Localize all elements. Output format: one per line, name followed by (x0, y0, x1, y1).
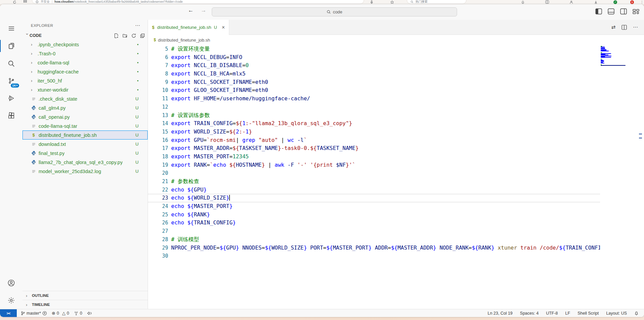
toggle-secondary-sidebar-icon[interactable] (620, 8, 627, 14)
tree-item-call-glm4-py[interactable]: call_glm4.pyU (22, 103, 148, 112)
tree-item-model-worker-25cd3da2-log[interactable]: model_worker_25cd3da2.logU (22, 167, 148, 176)
history-forward-button[interactable]: → (201, 7, 206, 14)
encoding-indicator[interactable]: UTF-8 (546, 311, 558, 316)
code-line-11[interactable]: 11export HF_HOME=/userhome/huggingface-c… (148, 95, 600, 103)
code-line-12[interactable]: 12 (148, 103, 600, 111)
code-line-23[interactable]: 23echo ${WORLD_SIZE} (148, 194, 600, 202)
toggle-sidebar-icon[interactable] (595, 8, 602, 14)
refresh-icon[interactable] (131, 33, 136, 38)
new-folder-icon[interactable] (122, 33, 128, 38)
tree-item-code-llama-sql-tar[interactable]: code-llama-sql.tarU (22, 121, 148, 130)
language-indicator[interactable]: Shell Script (578, 311, 599, 316)
code-line-24[interactable]: 24echo ${MASTER_PORT} (148, 202, 600, 211)
tree-item-download-txt[interactable]: download.txtU (22, 140, 148, 149)
bell-icon[interactable] (634, 311, 639, 316)
browser-reload-icon[interactable] (13, 0, 16, 4)
settings-gear-icon[interactable] (0, 291, 22, 309)
code-line-15[interactable]: 15export WORLD_SIZE=${2:-1} (148, 128, 600, 136)
eol-indicator[interactable]: LF (565, 311, 570, 316)
minimap[interactable] (601, 46, 627, 67)
code-line-6[interactable]: 6export NCCL_DEBUG=INFO (148, 53, 600, 62)
tree-item-llama2-7b-chat-qlora-sql-e3-copy-py[interactable]: llama2_7b_chat_qlora_sql_e3_copy.pyU (22, 158, 148, 167)
close-icon[interactable]: × (222, 24, 225, 31)
more-actions-icon[interactable]: ⋯ (633, 24, 638, 30)
remote-indicator[interactable]: >< (0, 309, 17, 317)
code-line-30[interactable]: 30 (148, 252, 600, 260)
browser-address-bar[interactable]: 不安全 | hsw.cloudien/notebook_freecoda4143… (32, 0, 364, 4)
download-icon[interactable] (594, 0, 598, 4)
toggle-panel-icon[interactable] (608, 8, 614, 14)
tree-item-final-test-py[interactable]: final_test.pyU (22, 149, 148, 158)
code-line-27[interactable]: 27 (148, 227, 600, 235)
code-line-21[interactable]: 21# 参数检查 (148, 177, 600, 186)
notifications-icon[interactable] (521, 0, 525, 4)
tree-item-iter-500-hf[interactable]: ›iter_500_hf● (22, 76, 148, 85)
untracked-dot-badge: ● (137, 88, 139, 91)
code-line-16[interactable]: 16export GPU=`rocm-smi| grep "auto" | wc… (148, 136, 600, 145)
problems-indicator[interactable]: ⊗ 0 △ 0 (52, 311, 69, 316)
split-editor-icon[interactable] (622, 25, 627, 30)
git-status-badge: U (136, 132, 139, 138)
bookmark-star-icon[interactable] (390, 0, 394, 4)
code-line-5[interactable]: 5# 设置环境变量 (148, 45, 600, 53)
code-line-25[interactable]: 25echo ${RANK} (148, 211, 600, 219)
tree-item--check-disk-state[interactable]: .check_disk_stateU (22, 94, 148, 103)
tab-distributed-finetune-job[interactable]: $ distributed_finetune_job.sh U × (148, 20, 229, 35)
debug-console-icon[interactable] (87, 311, 92, 316)
browser-menu-icon[interactable]: ⋮ (640, 0, 644, 4)
mic-icon[interactable] (370, 0, 373, 4)
menu-icon[interactable] (0, 20, 22, 37)
tree-item-huggingface-cache[interactable]: ›huggingface-cache● (22, 67, 148, 76)
tree-item-code-llama-sql[interactable]: ›code-llama-sql● (22, 58, 148, 67)
code-line-7[interactable]: 7export NCCL_IB_DISABLE=0 (148, 61, 600, 70)
account-icon[interactable] (0, 274, 22, 291)
browser-apps-grid-icon[interactable] (23, 0, 27, 4)
tree-item-distributed-finetune-job-sh[interactable]: $distributed_finetune_job.shU (22, 130, 148, 140)
ports-indicator[interactable]: 0 (74, 311, 82, 316)
tree-item--ipynb-checkpoints[interactable]: ›.ipynb_checkpoints● (22, 40, 148, 49)
code-line-9[interactable]: 9export NCCL_SOCKET_IFNAME=eth0 (148, 78, 600, 87)
code-line-26[interactable]: 26echo ${TRAIN_CONFIG} (148, 219, 600, 227)
new-file-icon[interactable] (114, 33, 119, 38)
code-line-8[interactable]: 8export NCCL_IB_HCA=mlx5 (148, 70, 600, 78)
line-col-indicator[interactable]: Ln 23, Col 19 (488, 311, 512, 316)
sidebar-item-source-control[interactable]: 1K+ (0, 72, 22, 90)
sidebar-item-extensions[interactable] (0, 107, 22, 124)
spaces-indicator[interactable]: Spaces: 4 (520, 311, 539, 316)
code-line-10[interactable]: 10export GLOO_SOCKET_IFNAME=eth0 (148, 86, 600, 95)
code-lines[interactable]: 5# 设置环境变量6export NCCL_DEBUG=INFO7export … (148, 45, 600, 260)
history-back-button[interactable]: ← (188, 7, 194, 14)
outline-section-header[interactable]: › OUTLINE (22, 291, 148, 300)
timeline-section-header[interactable]: › TIMELINE (22, 300, 148, 309)
sidebar-item-run-debug[interactable] (0, 90, 22, 107)
sidebar-item-explorer[interactable] (0, 37, 22, 55)
code-line-20[interactable]: 20 (148, 169, 600, 177)
customize-layout-icon[interactable] (633, 8, 639, 14)
tree-item-call-openai-py[interactable]: call_openai.pyU (22, 112, 148, 121)
code-line-14[interactable]: 14export TRAIN_CONFIG=${1:-"llama2_13b_q… (148, 119, 600, 128)
explorer-more-actions-icon[interactable]: ⋯ (135, 22, 141, 29)
security-ok-badge[interactable]: ✓ (613, 0, 617, 4)
code-line-18[interactable]: 18export MASTER_PORT=12345 (148, 153, 600, 161)
tree-item--trash-0[interactable]: ›.Trash-0● (22, 49, 148, 58)
code-line-28[interactable]: 28# 训练模型 (148, 235, 600, 244)
tree-item-xtuner-workdir[interactable]: ›xtuner-workdir● (22, 85, 148, 94)
code-line-19[interactable]: 19export RANK=`echo ${HOSTNAME} | awk -F… (148, 161, 600, 169)
open-changes-icon[interactable]: ⇄ (611, 24, 615, 30)
code-line-29[interactable]: 29NPROC_PER_NODE=${GPU} NNODES=${WORLD_S… (148, 244, 600, 252)
branch-indicator[interactable]: master* (21, 311, 47, 316)
code-line-13[interactable]: 13# 设置训练参数 (148, 111, 600, 120)
profile-icon[interactable] (569, 0, 573, 4)
sidebar-item-search[interactable] (0, 55, 22, 72)
code-line-22[interactable]: 22echo ${GPU} (148, 186, 600, 194)
code-editor[interactable]: 5# 设置环境变量6export NCCL_DEBUG=INFO7export … (148, 45, 644, 309)
browser-search-box[interactable]: 热门搜索 (407, 0, 466, 4)
split-view-icon[interactable] (545, 0, 549, 4)
collapse-all-icon[interactable] (140, 33, 145, 38)
breadcrumb[interactable]: $ distributed_finetune_job.sh (148, 35, 644, 45)
alert-badge[interactable]: 1 (630, 0, 634, 4)
code-line-17[interactable]: 17export MASTER_ADDR=${TASKSET_NAME}-tas… (148, 144, 600, 153)
layout-indicator[interactable]: Layout: US (606, 311, 627, 316)
command-center-search[interactable]: code (212, 7, 457, 16)
workspace-section-header[interactable]: › CODE (22, 31, 148, 40)
